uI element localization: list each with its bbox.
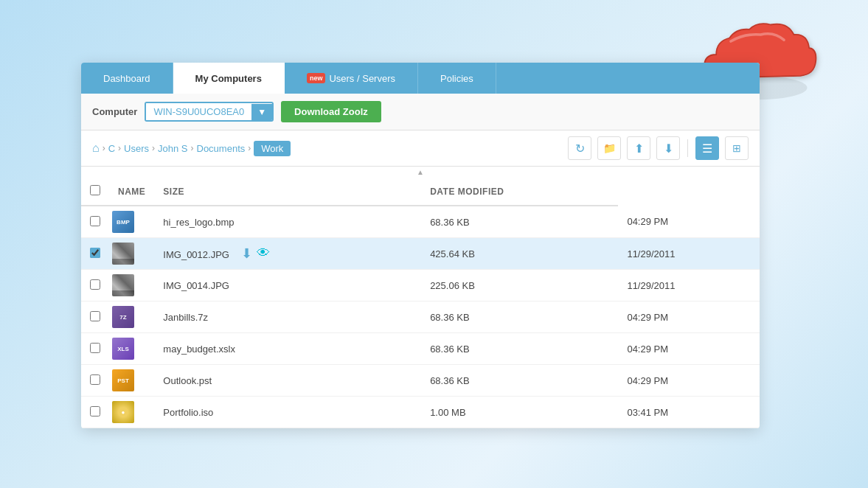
sort-arrow: ▲ bbox=[81, 167, 760, 178]
row-icon-cell: BMP bbox=[109, 206, 154, 238]
list-view-button[interactable]: ☰ bbox=[695, 136, 719, 160]
file-name: Outlook.pst bbox=[163, 375, 212, 386]
refresh-button[interactable]: ↻ bbox=[568, 136, 591, 160]
tab-bar: Dashboard My Computers new Users / Serve… bbox=[81, 63, 760, 94]
file-table: NAME SIZE DATE MODIFIED BMP hi_res_logo.… bbox=[81, 178, 760, 428]
col-header-date: DATE MODIFIED bbox=[421, 178, 618, 206]
row-size-cell: 225.06 KB bbox=[421, 270, 618, 301]
row-name-cell: hi_res_logo.bmp bbox=[154, 206, 421, 238]
file-name: IMG_0012.JPG bbox=[163, 249, 229, 260]
row-checkbox[interactable] bbox=[90, 216, 100, 226]
row-checkbox[interactable] bbox=[90, 311, 100, 321]
main-panel: Dashboard My Computers new Users / Serve… bbox=[81, 63, 760, 428]
breadcrumb-users[interactable]: Users bbox=[124, 143, 149, 154]
row-date-cell: 04:29 PM bbox=[618, 206, 760, 238]
row-icon-cell: XLS bbox=[109, 333, 154, 365]
row-checkbox[interactable] bbox=[90, 406, 100, 416]
grid-view-icon: ⊞ bbox=[732, 142, 741, 154]
file-name: Janbills.7z bbox=[163, 312, 208, 323]
toolbar-row: Computer WIN-S9U0UCO8EA0 ▼ Download Zool… bbox=[81, 94, 760, 130]
row-size-cell: 68.36 KB bbox=[421, 333, 618, 365]
download-button[interactable]: ⬇ bbox=[656, 136, 680, 160]
preview-file-icon[interactable]: 👁 bbox=[257, 245, 270, 262]
row-size-cell: 68.36 KB bbox=[421, 206, 618, 238]
table-row: BMP hi_res_logo.bmp 68.36 KB 04:29 PM bbox=[81, 206, 760, 238]
upload-icon: ⬆ bbox=[634, 142, 644, 156]
row-date-cell: 11/29/2011 bbox=[618, 270, 760, 301]
folder-icon: 📁 bbox=[603, 142, 616, 154]
row-checkbox-cell bbox=[81, 301, 109, 333]
row-checkbox[interactable] bbox=[90, 279, 100, 290]
row-icon-cell: 7Z bbox=[109, 301, 154, 333]
table-row: PST Outlook.pst 68.36 KB 04:29 PM bbox=[81, 365, 760, 397]
refresh-icon: ↻ bbox=[575, 142, 585, 156]
computer-label: Computer bbox=[92, 106, 137, 117]
row-checkbox-cell bbox=[81, 397, 109, 428]
tab-policies[interactable]: Policies bbox=[418, 63, 496, 94]
row-name-cell: may_budget.xslx bbox=[154, 333, 421, 365]
tab-my-computers[interactable]: My Computers bbox=[173, 63, 285, 94]
new-badge: new bbox=[307, 73, 326, 83]
row-date-cell: 04:29 PM bbox=[618, 365, 760, 397]
breadcrumb-c[interactable]: C bbox=[108, 143, 115, 154]
row-size-cell: 425.64 KB bbox=[421, 238, 618, 270]
row-name-cell: Janbills.7z bbox=[154, 301, 421, 333]
row-checkbox[interactable] bbox=[90, 343, 100, 353]
computer-selector[interactable]: WIN-S9U0UCO8EA0 ▼ bbox=[145, 102, 274, 122]
row-icon-cell bbox=[109, 238, 154, 270]
row-checkbox-cell bbox=[81, 365, 109, 397]
row-size-cell: 1.00 MB bbox=[421, 397, 618, 428]
table-row: XLS may_budget.xslx 68.36 KB 04:29 PM bbox=[81, 333, 760, 365]
download-icon: ⬇ bbox=[664, 142, 673, 156]
row-checkbox-cell bbox=[81, 333, 109, 365]
table-row: 7Z Janbills.7z 68.36 KB 04:29 PM bbox=[81, 301, 760, 333]
table-row: ● Portfolio.iso 1.00 MB 03:41 PM bbox=[81, 397, 760, 428]
list-view-icon: ☰ bbox=[702, 142, 712, 156]
new-folder-button[interactable]: 📁 bbox=[597, 136, 621, 160]
row-icon-cell bbox=[109, 270, 154, 301]
upload-button[interactable]: ⬆ bbox=[627, 136, 650, 160]
view-divider bbox=[687, 139, 688, 157]
row-name-cell: IMG_0012.JPG ⬇ 👁 bbox=[154, 238, 421, 270]
row-icon-cell: ● bbox=[109, 397, 154, 428]
row-date-cell: 11/29/2011 bbox=[618, 238, 760, 270]
select-all-checkbox[interactable] bbox=[90, 185, 100, 195]
download-zoolz-button[interactable]: Download Zoolz bbox=[281, 101, 381, 122]
breadcrumb-work[interactable]: Work bbox=[254, 141, 291, 156]
breadcrumb-row: ⌂ › C › Users › John S › Documents › Wor… bbox=[81, 130, 760, 167]
row-icon-cell: PST bbox=[109, 365, 154, 397]
table-row: IMG_0014.JPG 225.06 KB 11/29/2011 bbox=[81, 270, 760, 301]
row-date-cell: 03:41 PM bbox=[618, 397, 760, 428]
breadcrumb-sep-0: › bbox=[103, 143, 105, 153]
breadcrumb-documents[interactable]: Documents bbox=[197, 143, 246, 154]
file-name: hi_res_logo.bmp bbox=[163, 217, 234, 228]
file-name: may_budget.xslx bbox=[163, 344, 235, 355]
row-checkbox-cell bbox=[81, 238, 109, 270]
breadcrumb-home[interactable]: ⌂ bbox=[92, 142, 100, 155]
tab-users-servers[interactable]: new Users / Servers bbox=[285, 63, 418, 94]
row-size-cell: 68.36 KB bbox=[421, 365, 618, 397]
breadcrumb-johns[interactable]: John S bbox=[158, 143, 187, 154]
breadcrumb-sep-1: › bbox=[118, 143, 121, 153]
download-file-icon[interactable]: ⬇ bbox=[241, 245, 252, 262]
row-size-cell: 68.36 KB bbox=[421, 301, 618, 333]
table-row: IMG_0012.JPG ⬇ 👁 425.64 KB 11/29/2011 bbox=[81, 238, 760, 270]
select-all-header bbox=[81, 178, 109, 206]
file-name: IMG_0014.JPG bbox=[163, 280, 229, 291]
breadcrumb-actions: ↻ 📁 ⬆ ⬇ ☰ ⊞ bbox=[568, 136, 749, 160]
row-name-cell: IMG_0014.JPG bbox=[154, 270, 421, 301]
row-checkbox[interactable] bbox=[90, 374, 100, 385]
computer-select-value: WIN-S9U0UCO8EA0 bbox=[146, 103, 251, 120]
col-header-name: NAME bbox=[109, 178, 154, 206]
row-date-cell: 04:29 PM bbox=[618, 301, 760, 333]
breadcrumb-sep-3: › bbox=[191, 143, 194, 153]
row-checkbox-cell bbox=[81, 206, 109, 238]
computer-select-arrow[interactable]: ▼ bbox=[251, 104, 272, 120]
file-name: Portfolio.iso bbox=[163, 407, 213, 418]
breadcrumb-sep-2: › bbox=[152, 143, 155, 153]
row-checkbox[interactable] bbox=[90, 248, 100, 258]
grid-view-button[interactable]: ⊞ bbox=[725, 136, 749, 160]
breadcrumb-sep-4: › bbox=[248, 143, 251, 153]
tab-dashboard[interactable]: Dashboard bbox=[81, 63, 173, 94]
row-name-cell: Portfolio.iso bbox=[154, 397, 421, 428]
